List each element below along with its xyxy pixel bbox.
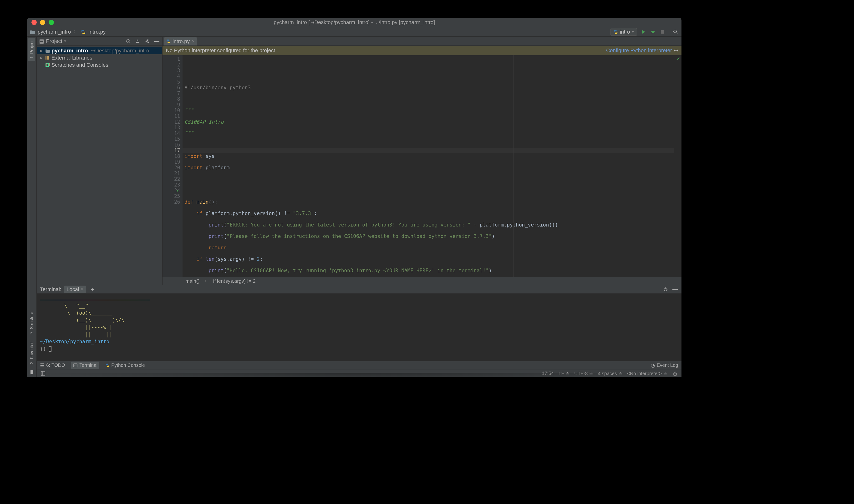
line-number[interactable]: 6 [163, 85, 180, 91]
terminal-cursor[interactable] [49, 346, 52, 352]
line-number[interactable]: 20 [163, 165, 180, 170]
chevron-right-icon: ▸ [40, 55, 44, 61]
search-everywhere-button[interactable] [672, 29, 679, 35]
editor-right-gutter[interactable]: ✔ [676, 55, 681, 277]
svg-point-5 [146, 40, 148, 42]
tree-scratches[interactable]: ▸ Scratches and Consoles [37, 61, 162, 69]
line-number[interactable]: 4 [163, 73, 180, 79]
svg-rect-1 [661, 30, 664, 34]
expand-all-icon[interactable] [135, 38, 141, 44]
breadcrumb-file[interactable]: intro.py [88, 29, 106, 35]
line-number[interactable]: 10 [163, 108, 180, 113]
terminal-tab[interactable]: Local × [64, 286, 86, 293]
terminal-title: Terminal: [40, 286, 61, 292]
folder-icon [45, 49, 50, 53]
python-file-icon [81, 29, 86, 35]
line-number[interactable]: 17 [163, 148, 180, 154]
line-number[interactable]: 8 [163, 96, 180, 102]
line-number[interactable]: 23 [163, 182, 180, 188]
line-number[interactable]: 2 [163, 62, 180, 68]
line-gutter[interactable]: 1234567891011121314151617181920212223242… [162, 55, 182, 277]
close-icon[interactable]: × [81, 286, 84, 292]
line-number[interactable]: 15 [163, 136, 180, 142]
line-number[interactable]: 26 [163, 199, 180, 205]
interpreter-warning-banner: No Python interpreter configured for the… [162, 46, 681, 55]
svg-point-11 [675, 50, 676, 51]
editor-crumb-2[interactable]: if len(sys.argv) != 2 [213, 278, 256, 284]
todo-tool-button[interactable]: ☰ 6: TODO [40, 362, 65, 368]
close-window-button[interactable] [32, 20, 37, 25]
window-title: pycharm_intro [~/Desktop/pycharm_intro] … [274, 19, 435, 25]
tree-scratches-label: Scratches and Consoles [52, 62, 108, 68]
separator [669, 29, 669, 35]
chevron-down-icon[interactable]: ▾ [64, 39, 66, 43]
terminal-panel: Terminal: Local × + — \ ^__^ [37, 285, 681, 361]
svg-point-4 [128, 41, 129, 42]
python-icon [613, 30, 618, 34]
zoom-window-button[interactable] [49, 20, 54, 25]
line-number[interactable]: 25 [163, 193, 180, 199]
code-editor[interactable]: 1234567891011121314151617181920212223242… [162, 55, 681, 277]
line-number[interactable]: 14 [163, 130, 180, 136]
run-button[interactable] [640, 29, 646, 35]
terminal-body[interactable]: \ ^__^ \ (oo)\_______ (__)\ )\/\ ||----w… [37, 294, 681, 361]
project-panel-title[interactable]: Project [46, 38, 62, 44]
line-number[interactable]: 16 [163, 142, 180, 148]
close-tab-icon[interactable]: × [192, 38, 195, 44]
target-icon[interactable] [125, 38, 131, 44]
terminal-tool-button[interactable]: Terminal [71, 362, 100, 369]
line-number[interactable]: 9 [163, 102, 180, 108]
line-number[interactable]: 21 [163, 170, 180, 176]
tree-root-label: pycharm_intro [52, 48, 88, 54]
svg-rect-13 [73, 364, 77, 367]
left-tool-strip: 1: Project 7: Structure 2: Favorites [27, 37, 37, 377]
run-config-selector[interactable]: intro ▾ [610, 28, 637, 36]
gear-icon [674, 48, 678, 53]
new-terminal-button[interactable]: + [91, 286, 94, 293]
breadcrumb-root[interactable]: pycharm_intro [38, 29, 71, 35]
tree-project-root[interactable]: ▸ pycharm_intro ~/Desktop/pycharm_intro [37, 47, 162, 54]
line-number[interactable]: 12 [163, 119, 180, 125]
minimize-window-button[interactable] [40, 20, 45, 25]
banner-message: No Python interpreter configured for the… [166, 48, 275, 54]
breadcrumb-separator: 〉 [73, 28, 78, 35]
hide-panel-icon[interactable]: — [154, 38, 160, 44]
svg-point-2 [674, 30, 676, 33]
python-console-button[interactable]: Python Console [106, 362, 145, 368]
analysis-ok-icon[interactable]: ✔ [677, 56, 680, 61]
configure-interpreter-link[interactable]: Configure Python interpreter [606, 48, 678, 54]
favorites-tool-tab[interactable]: 2: Favorites [29, 339, 34, 366]
event-log-button[interactable]: ◔ Event Log [651, 362, 678, 368]
bottom-tool-bar: ☰ 6: TODO Terminal Python Console ◔ Even… [37, 361, 681, 369]
debug-button[interactable] [650, 29, 656, 35]
stop-button[interactable] [659, 29, 665, 35]
line-number[interactable]: 18 [163, 154, 180, 159]
gear-icon[interactable] [144, 38, 150, 44]
rainbow-divider [40, 300, 150, 300]
line-number[interactable]: 3 [163, 68, 180, 73]
run-gutter-icon[interactable]: ▶ [177, 188, 179, 193]
editor-tabbar: intro.py × [162, 37, 681, 46]
svg-point-0 [652, 31, 654, 33]
chevron-down-icon: ▾ [632, 30, 634, 34]
gear-icon[interactable] [662, 286, 669, 292]
line-number[interactable]: 5 [163, 79, 180, 85]
terminal-prompt: ❯❯ [40, 346, 46, 352]
line-number[interactable]: 22 [163, 176, 180, 182]
project-tool-tab[interactable]: 1: Project [28, 38, 35, 61]
line-number[interactable]: 19 [163, 159, 180, 165]
line-number[interactable]: 11 [163, 113, 180, 119]
tree-external-libraries[interactable]: ▸ External Libraries [37, 54, 162, 61]
svg-rect-6 [46, 56, 47, 59]
tree-root-path: ~/Desktop/pycharm_intro [91, 48, 149, 54]
run-config-label: intro [620, 29, 630, 35]
hide-panel-icon[interactable]: — [672, 286, 678, 292]
line-number[interactable]: 13 [163, 125, 180, 130]
line-number[interactable]: 1 [163, 56, 180, 62]
editor-crumb-1[interactable]: main() [185, 278, 200, 284]
terminal-icon [73, 363, 77, 367]
structure-tool-tab[interactable]: 7: Structure [29, 309, 34, 336]
line-number[interactable]: 7 [163, 91, 180, 96]
code-area[interactable]: #!/usr/bin/env python3 """ CS106AP Intro… [182, 55, 676, 277]
editor-tab[interactable]: intro.py × [164, 37, 197, 46]
